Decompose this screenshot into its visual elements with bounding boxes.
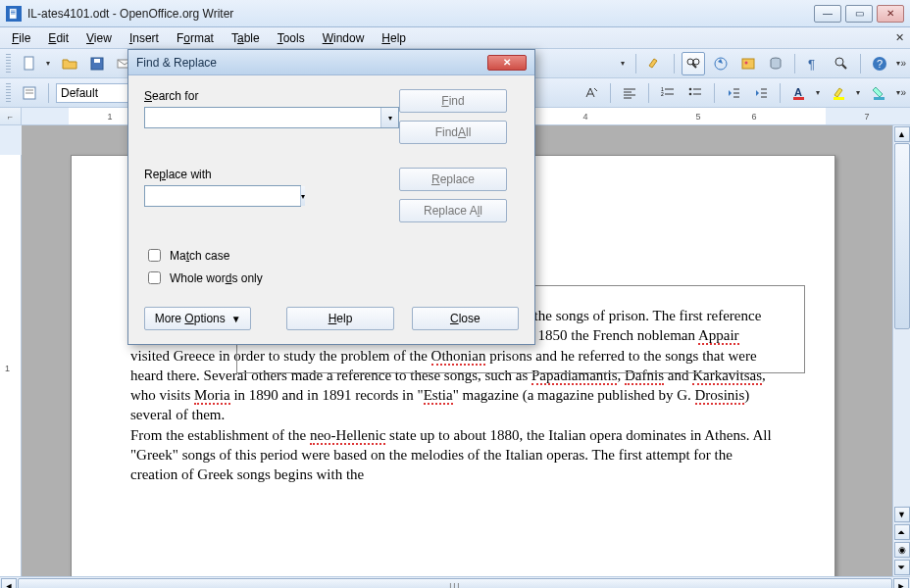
whole-words-input[interactable] bbox=[148, 271, 161, 284]
ruler-h-num: 7 bbox=[864, 112, 869, 122]
highlight-icon[interactable] bbox=[828, 81, 851, 105]
dialog-close-button[interactable]: ✕ bbox=[487, 55, 527, 71]
svg-text:2: 2 bbox=[661, 91, 664, 97]
nonprinting-chars-icon[interactable]: ¶ bbox=[802, 52, 826, 75]
ruler-v-num: 1 bbox=[5, 364, 10, 373]
gallery-icon[interactable] bbox=[736, 52, 760, 75]
menu-window[interactable]: Window bbox=[315, 29, 373, 47]
scroll-down-button[interactable]: ▼ bbox=[894, 507, 910, 522]
styles-icon[interactable] bbox=[643, 52, 667, 75]
document-close-icon[interactable]: ✕ bbox=[892, 30, 906, 44]
replace-all-button[interactable]: Replace All bbox=[399, 199, 507, 222]
toolbar-handle[interactable] bbox=[6, 83, 11, 103]
scroll-thumb[interactable] bbox=[894, 143, 910, 329]
decrease-indent-icon[interactable] bbox=[722, 81, 745, 105]
increase-indent-icon[interactable] bbox=[749, 81, 773, 105]
menu-view[interactable]: View bbox=[78, 29, 120, 47]
help-icon[interactable]: ? bbox=[868, 52, 891, 75]
search-for-combo[interactable]: ▾ bbox=[144, 107, 399, 128]
menu-edit[interactable]: Edit bbox=[40, 29, 76, 47]
zoom-icon[interactable] bbox=[830, 52, 853, 75]
datasources-icon[interactable] bbox=[764, 52, 787, 75]
ruler-h-num: 1 bbox=[107, 112, 112, 122]
navigator-icon[interactable] bbox=[709, 52, 733, 75]
styles-window-icon[interactable] bbox=[18, 81, 41, 105]
open-icon[interactable] bbox=[58, 52, 81, 75]
menu-insert[interactable]: Insert bbox=[122, 29, 167, 47]
find-replace-dialog: Find & Replace ✕ Search for ▾ Find Find … bbox=[127, 49, 535, 345]
nav-object-button[interactable]: ◉ bbox=[894, 542, 910, 558]
match-case-checkbox[interactable]: Match case bbox=[144, 246, 519, 265]
find-all-button[interactable]: Find All bbox=[399, 121, 507, 144]
new-doc-dropdown[interactable]: ▾ bbox=[45, 59, 54, 68]
table-dropdown[interactable]: ▾ bbox=[620, 59, 629, 68]
svg-rect-45 bbox=[874, 97, 885, 100]
replace-with-input[interactable] bbox=[145, 186, 300, 206]
font-color-dropdown[interactable]: ▾ bbox=[815, 88, 824, 97]
find-replace-icon[interactable] bbox=[682, 52, 705, 75]
dialog-title: Find & Replace bbox=[136, 56, 217, 70]
search-for-label: Search for bbox=[144, 89, 399, 103]
whole-words-checkbox[interactable]: Whole words only bbox=[144, 269, 519, 287]
replace-button[interactable]: Replace bbox=[399, 168, 507, 191]
dialog-titlebar[interactable]: Find & Replace ✕ bbox=[128, 50, 534, 75]
svg-point-14 bbox=[745, 61, 748, 64]
bg-color-icon[interactable] bbox=[868, 81, 891, 105]
svg-point-32 bbox=[689, 87, 692, 90]
scroll-left-button[interactable]: ◄ bbox=[1, 578, 17, 589]
window-title: IL-ates4101.odt - OpenOffice.org Writer bbox=[27, 7, 814, 21]
scroll-track-h[interactable]: ׀׀׀ bbox=[18, 578, 892, 589]
close-button[interactable]: Close bbox=[412, 307, 519, 330]
menu-file[interactable]: File bbox=[4, 29, 38, 47]
numbered-list-icon[interactable]: 12 bbox=[656, 81, 680, 105]
document-paragraph: From the establishment of the neo-Hellen… bbox=[130, 425, 776, 485]
ruler-corner: ⌐ bbox=[0, 108, 22, 125]
font-color-icon[interactable]: A bbox=[787, 81, 811, 105]
window-titlebar: IL-ates4101.odt - OpenOffice.org Writer … bbox=[0, 0, 910, 27]
menu-help[interactable]: Help bbox=[374, 29, 414, 47]
replace-with-dropdown[interactable]: ▾ bbox=[300, 186, 305, 206]
help-button[interactable]: Help bbox=[286, 307, 393, 330]
replace-with-label: Replace with bbox=[144, 168, 399, 181]
align-left-icon[interactable] bbox=[618, 81, 641, 105]
menu-bar: File Edit View Insert Format Table Tools… bbox=[0, 27, 910, 49]
minimize-button[interactable]: — bbox=[814, 5, 841, 23]
vertical-scrollbar[interactable]: ▲ ▼ ⏶ ◉ ⏷ bbox=[892, 125, 910, 576]
scroll-up-button[interactable]: ▲ bbox=[894, 126, 910, 142]
split-handle[interactable]: ׀׀׀ bbox=[441, 578, 469, 589]
svg-line-18 bbox=[842, 65, 846, 69]
window-close-button[interactable]: ✕ bbox=[877, 5, 904, 23]
toolbar-overflow-icon[interactable]: » bbox=[900, 58, 906, 69]
toolbar-handle[interactable] bbox=[6, 54, 11, 74]
svg-text:A: A bbox=[794, 86, 802, 98]
svg-rect-13 bbox=[742, 59, 754, 69]
replace-with-combo[interactable]: ▾ bbox=[144, 185, 301, 207]
svg-rect-7 bbox=[94, 59, 100, 63]
toolbar-overflow-icon[interactable]: » bbox=[900, 87, 906, 98]
scroll-track[interactable] bbox=[894, 143, 910, 506]
scroll-right-button[interactable]: ► bbox=[893, 578, 909, 589]
horizontal-scrollbar[interactable]: ◄ ׀׀׀ ► bbox=[0, 576, 910, 588]
menu-format[interactable]: Format bbox=[169, 29, 222, 47]
maximize-button[interactable]: ▭ bbox=[845, 5, 873, 23]
svg-rect-5 bbox=[25, 57, 33, 70]
match-case-input[interactable] bbox=[148, 249, 161, 262]
svg-point-33 bbox=[689, 92, 692, 95]
search-for-input[interactable] bbox=[145, 108, 380, 127]
save-icon[interactable] bbox=[85, 52, 109, 75]
ruler-h-num: 4 bbox=[582, 112, 587, 122]
highlight-dropdown[interactable]: ▾ bbox=[855, 88, 864, 97]
menu-tools[interactable]: Tools bbox=[270, 29, 313, 47]
bullet-list-icon[interactable] bbox=[683, 81, 707, 105]
apply-style-icon[interactable] bbox=[580, 81, 603, 105]
next-page-button[interactable]: ⏷ bbox=[894, 560, 910, 575]
more-options-button[interactable]: More Options▼ bbox=[144, 307, 251, 330]
find-button[interactable]: Find bbox=[399, 89, 507, 113]
prev-page-button[interactable]: ⏶ bbox=[894, 524, 910, 540]
ruler-h-num: 5 bbox=[695, 112, 700, 122]
search-for-dropdown[interactable]: ▾ bbox=[380, 108, 398, 127]
ruler-vertical[interactable]: 1 bbox=[0, 125, 22, 576]
new-doc-icon[interactable] bbox=[18, 52, 41, 75]
app-icon bbox=[6, 6, 22, 22]
menu-table[interactable]: Table bbox=[224, 29, 268, 47]
